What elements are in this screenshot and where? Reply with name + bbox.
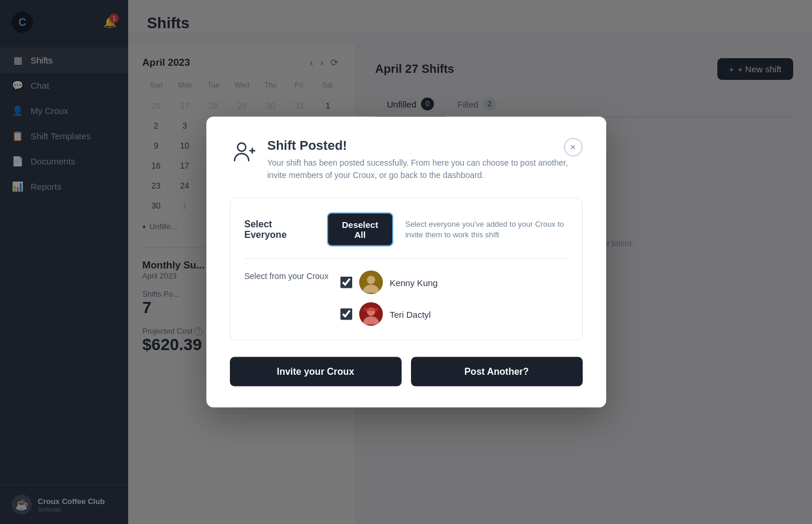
invite-croux-button[interactable]: Invite your Croux bbox=[230, 357, 402, 387]
modal-text-area: Shift Posted! Your shift has been posted… bbox=[268, 138, 583, 182]
member-item-teri: Teri Dactyl bbox=[340, 303, 568, 326]
modal-icon bbox=[230, 138, 258, 166]
select-everyone-row: Select Everyone Deselect All Select ever… bbox=[245, 213, 568, 259]
member-checkbox-teri[interactable] bbox=[340, 308, 352, 320]
member-avatar-kenny bbox=[359, 271, 383, 294]
modal-close-button[interactable]: × bbox=[564, 138, 583, 157]
svg-point-6 bbox=[367, 276, 375, 284]
croux-members-list: Kenny Kung Teri Dactyl bbox=[340, 271, 568, 326]
modal-subtitle: Your shift has been posted sucessfully. … bbox=[268, 157, 583, 182]
modal-title: Shift Posted! bbox=[268, 138, 583, 153]
select-hint: Select everyone you've added to your Cro… bbox=[405, 219, 567, 240]
svg-point-2 bbox=[238, 143, 246, 152]
shift-posted-modal: Shift Posted! Your shift has been posted… bbox=[206, 117, 606, 408]
select-everyone-label: Select Everyone bbox=[245, 219, 315, 240]
select-from-croux-label: Select from your Croux bbox=[245, 271, 329, 283]
member-name-teri: Teri Dactyl bbox=[390, 309, 431, 319]
deselect-all-button[interactable]: Deselect All bbox=[327, 213, 394, 247]
member-name-kenny: Kenny Kung bbox=[390, 277, 438, 287]
select-section: Select Everyone Deselect All Select ever… bbox=[230, 198, 583, 341]
modal-header: Shift Posted! Your shift has been posted… bbox=[230, 138, 583, 182]
svg-rect-9 bbox=[364, 308, 378, 311]
member-avatar-teri bbox=[359, 303, 383, 326]
post-another-button[interactable]: Post Another? bbox=[411, 357, 583, 387]
member-item-kenny: Kenny Kung bbox=[340, 271, 568, 294]
close-icon: × bbox=[570, 142, 576, 153]
croux-members-row: Select from your Croux Kenny Kung bbox=[245, 271, 568, 326]
member-checkbox-kenny[interactable] bbox=[340, 277, 352, 288]
modal-actions: Invite your Croux Post Another? bbox=[230, 357, 583, 387]
